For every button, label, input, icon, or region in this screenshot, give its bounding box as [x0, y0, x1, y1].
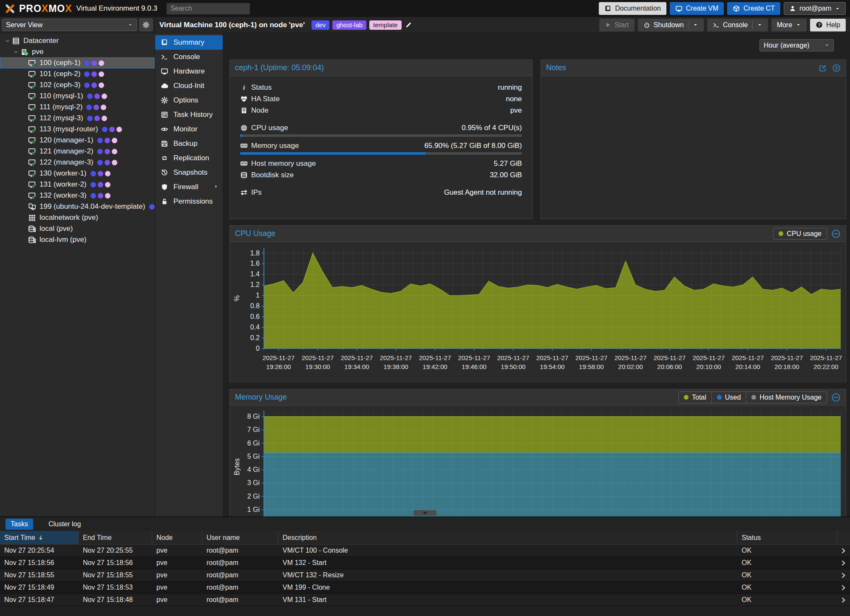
collapse-chart-icon[interactable] — [831, 393, 841, 402]
legend-item-used[interactable]: Used — [711, 392, 746, 403]
column-header-description[interactable]: Description — [278, 531, 737, 544]
svg-text:2 Gi: 2 Gi — [247, 493, 260, 500]
create-vm-button[interactable]: Create VM — [670, 2, 724, 15]
task-table-partial-row — [0, 606, 850, 616]
shutdown-button[interactable]: Shutdown — [638, 19, 704, 31]
tree-item-datacenter[interactable]: Datacenter — [0, 35, 155, 46]
tree-item-101-ceph-2-[interactable]: 101 (ceph-2) — [0, 68, 155, 79]
console-button[interactable]: Console — [707, 19, 768, 31]
svg-text:19:42:00: 19:42:00 — [422, 363, 447, 370]
chevron-down-icon[interactable] — [757, 22, 762, 28]
menu-item-label: Permissions — [173, 197, 213, 206]
menu-item-monitor[interactable]: Monitor — [155, 122, 223, 136]
column-header-end-time[interactable]: End Time — [79, 531, 152, 544]
tree-item-110-mysql-1-[interactable]: 110 (mysql-1) — [0, 91, 155, 102]
menu-item-console[interactable]: Console — [155, 50, 223, 64]
documentation-label: Documentation — [615, 5, 661, 12]
chevron-right-icon[interactable] — [840, 597, 850, 603]
tag-dots — [84, 82, 104, 88]
chevron-right-icon[interactable] — [840, 560, 850, 566]
user-menu-button[interactable]: root@pam — [784, 2, 846, 15]
menu-item-permissions[interactable]: Permissions — [155, 194, 223, 209]
search-input[interactable] — [167, 3, 250, 14]
tab-tasks[interactable]: Tasks — [6, 519, 33, 530]
menu-item-summary[interactable]: Summary — [155, 35, 223, 50]
tree-expand-icon[interactable] — [12, 49, 20, 55]
tree-item-111-mysql-2-[interactable]: 111 (mysql-2) — [0, 102, 155, 113]
create-ct-button[interactable]: Create CT — [727, 2, 780, 15]
tree-item-132-worker-3-[interactable]: 132 (worker-3) — [0, 190, 155, 201]
tab-cluster-log[interactable]: Cluster log — [43, 519, 86, 530]
task-cell: OK — [737, 596, 837, 604]
menu-item-task-history[interactable]: Task History — [155, 108, 223, 122]
template-icon — [27, 203, 37, 211]
chevron-right-icon[interactable] — [840, 572, 850, 579]
svg-text:2025-11-27: 2025-11-27 — [732, 354, 764, 361]
start-button[interactable]: Start — [599, 19, 635, 31]
tree-item-localnetwork-pve-[interactable]: localnetwork (pve) — [0, 212, 155, 223]
chevron-circle-icon[interactable] — [832, 64, 841, 72]
tree-item-113-mysql-router-[interactable]: 113 (mysql-router) — [0, 124, 155, 135]
tree-item-local-pve-[interactable]: local (pve) — [0, 223, 155, 234]
column-header-node[interactable]: Node — [152, 531, 202, 544]
tree-item-131-worker-2-[interactable]: 131 (worker-2) — [0, 179, 155, 190]
task-row[interactable]: Nov 27 15:18:49Nov 27 15:18:53pveroot@pa… — [0, 582, 850, 594]
task-cell: Nov 27 20:25:54 — [0, 547, 79, 554]
tree-item-label: localnetwork (pve) — [40, 213, 98, 222]
menu-item-firewall[interactable]: Firewall — [155, 180, 223, 194]
display-icon — [160, 68, 169, 75]
task-row[interactable]: Nov 27 20:25:54Nov 27 20:25:55pveroot@pa… — [0, 545, 850, 557]
tag-dots — [91, 171, 110, 176]
tree-item-local-lvm-pve-[interactable]: local-lvm (pve) — [0, 234, 155, 245]
vm-running-icon — [27, 148, 37, 156]
column-header-status[interactable]: Status — [737, 531, 837, 544]
task-cell: Nov 27 20:25:55 — [79, 547, 152, 554]
tree-item-100-ceph-1-[interactable]: 100 (ceph-1) — [0, 57, 155, 68]
edit-notes-icon[interactable] — [819, 64, 827, 72]
tree-item-112-mysql-3-[interactable]: 112 (mysql-3) — [0, 113, 155, 124]
task-row[interactable]: Nov 27 15:18:55Nov 27 15:18:55pveroot@pa… — [0, 569, 850, 582]
notes-body[interactable] — [541, 76, 846, 219]
menu-item-replication[interactable]: Replication — [155, 151, 223, 165]
task-row[interactable]: Nov 27 15:18:56Nov 27 15:18:56pveroot@pa… — [0, 557, 850, 569]
help-button[interactable]: ? Help — [810, 19, 846, 31]
more-button[interactable]: More — [771, 19, 807, 31]
column-header-user-name[interactable]: User name — [202, 531, 278, 544]
vm-running-icon — [27, 159, 37, 167]
tree-item-pve[interactable]: pve — [0, 46, 155, 57]
legend-item-total[interactable]: Total — [679, 392, 711, 403]
edit-tags-icon[interactable] — [405, 22, 412, 28]
menu-item-options[interactable]: Options — [155, 93, 223, 108]
legend-item-cpu-usage[interactable]: CPU usage — [774, 228, 827, 239]
menu-item-backup[interactable]: Backup — [155, 136, 223, 151]
chevron-right-icon[interactable] — [840, 548, 850, 554]
tree-item-120-manager-1-[interactable]: 120 (manager-1) — [0, 135, 155, 146]
column-header-start-time[interactable]: Start Time — [0, 531, 79, 544]
tree-item-199-ubuntu-24-04-dev-template-[interactable]: 199 (ubuntu-24.04-dev-template) — [0, 201, 155, 212]
bottom-panel-splitter[interactable] — [414, 510, 436, 516]
column-label: Start Time — [4, 534, 35, 542]
tasks-panel: TasksCluster log Start Time End Time Nod… — [0, 517, 850, 616]
view-select[interactable]: Server View — [2, 19, 137, 31]
collapse-chart-icon[interactable] — [831, 229, 841, 238]
view-select-value: Server View — [6, 21, 42, 29]
task-row[interactable]: Nov 27 15:18:47Nov 27 15:18:48pveroot@pa… — [0, 594, 850, 606]
tree-item-label: 110 (mysql-1) — [40, 92, 83, 100]
tree-settings-button[interactable] — [139, 19, 153, 31]
cpu-icon — [240, 124, 251, 132]
documentation-button[interactable]: Documentation — [599, 2, 666, 15]
chevron-right-icon[interactable] — [840, 585, 850, 591]
legend-item-host-memory-usage[interactable]: Host Memory Usage — [746, 392, 827, 403]
tree-item-130-worker-1-[interactable]: 130 (worker-1) — [0, 168, 155, 179]
menu-item-snapshots[interactable]: Snapshots — [155, 165, 223, 180]
tree-expand-icon[interactable] — [3, 38, 11, 44]
tree-item-102-ceph-3-[interactable]: 102 (ceph-3) — [0, 79, 155, 91]
chevron-down-icon[interactable] — [693, 22, 698, 28]
task-cell: pve — [152, 547, 202, 554]
menu-item-label: Snapshots — [173, 168, 207, 177]
tree-item-121-manager-2-[interactable]: 121 (manager-2) — [0, 146, 155, 157]
menu-item-hardware[interactable]: Hardware — [155, 64, 223, 79]
menu-item-cloud-init[interactable]: Cloud-Init — [155, 79, 223, 93]
period-select[interactable]: Hour (average) — [759, 39, 834, 51]
tree-item-122-manager-3-[interactable]: 122 (manager-3) — [0, 157, 155, 168]
